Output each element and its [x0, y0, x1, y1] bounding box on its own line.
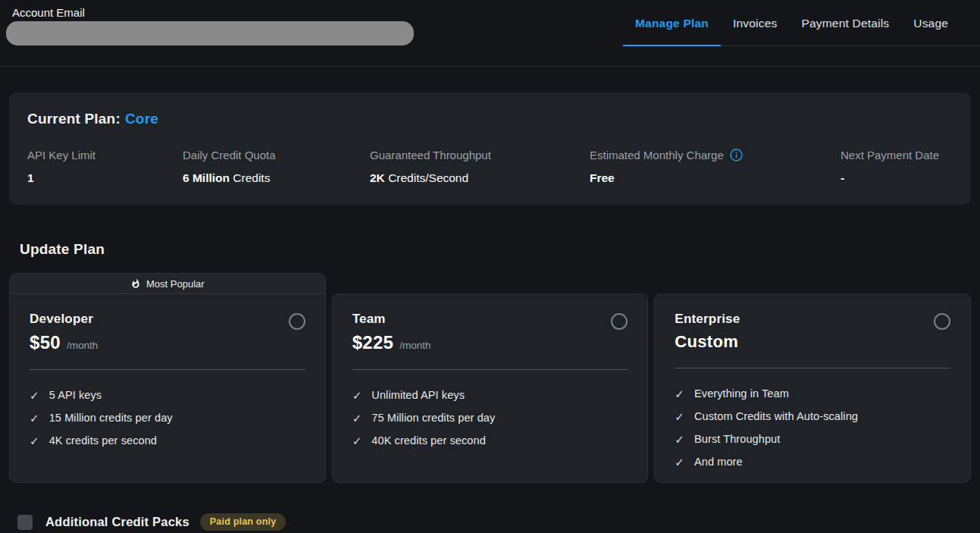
current-plan-title-prefix: Current Plan: [27, 111, 121, 127]
plan-price: $225 [352, 332, 394, 353]
plan-feature: ✓15 Million credits per day [30, 412, 305, 424]
current-plan-title: Current Plan:Core [27, 111, 953, 127]
plan-divider [352, 369, 628, 370]
plan-feature: ✓Everything in Team [675, 387, 950, 400]
plan-divider [30, 369, 305, 370]
plan-feature: ✓And more [675, 456, 950, 468]
stat-label: Daily Credit Quota [183, 149, 370, 161]
plan-feature: ✓Unlimited API keys [352, 389, 628, 401]
check-icon: ✓ [675, 388, 684, 400]
stat-label: Estimated Monthly Charge [590, 149, 724, 161]
additional-credit-packs-row: Additional Credit Packs Paid plan only [9, 513, 971, 531]
stat-guaranteed-throughput: Guaranteed Throughput 2K Credits/Second [370, 149, 590, 185]
tab-usage[interactable]: Usage [901, 14, 960, 45]
stat-value: 1 [27, 171, 34, 184]
stat-api-key-limit: API Key Limit 1 [27, 149, 183, 185]
plan-period: /month [67, 340, 98, 351]
stat-label: API Key Limit [27, 149, 183, 161]
stat-value: 2K [370, 171, 385, 184]
plan-card-developer[interactable]: Most Popular Developer $50 /month ✓5 API… [9, 273, 326, 483]
paid-plan-only-badge: Paid plan only [200, 513, 286, 531]
check-icon: ✓ [675, 456, 684, 468]
plan-radio-developer[interactable] [289, 313, 305, 330]
check-icon: ✓ [352, 390, 362, 401]
plan-name: Team [352, 312, 431, 327]
plan-radio-enterprise[interactable] [934, 313, 950, 330]
update-plan-heading: Update Plan [20, 241, 971, 258]
plan-price: $50 [30, 332, 61, 353]
check-icon: ✓ [352, 435, 362, 447]
stat-suffix: Credits [230, 171, 270, 184]
check-icon: ✓ [675, 411, 684, 422]
plan-period: /month [399, 340, 431, 351]
plan-feature: ✓Custom Credits with Auto-scaling [675, 410, 950, 422]
credit-packs-checkbox[interactable] [17, 515, 33, 530]
stat-label: Guaranteed Throughput [370, 149, 590, 161]
stat-daily-credit-quota: Daily Credit Quota 6 Million Credits [183, 149, 370, 185]
stat-value: Free [590, 171, 615, 184]
current-plan-stats: API Key Limit 1 Daily Credit Quota 6 Mil… [27, 149, 953, 185]
tab-manage-plan[interactable]: Manage Plan [623, 14, 721, 45]
plans-row: Most Popular Developer $50 /month ✓5 API… [9, 273, 971, 483]
plan-card-enterprise[interactable]: Enterprise Custom ✓Everything in Team ✓C… [654, 293, 971, 483]
stat-estimated-monthly-charge: Estimated Monthly Charge Free [590, 149, 841, 185]
tab-invoices[interactable]: Invoices [721, 14, 789, 45]
check-icon: ✓ [30, 435, 39, 447]
plan-feature: ✓Burst Throughput [675, 433, 950, 445]
check-icon: ✓ [675, 434, 684, 445]
stat-next-payment-date: Next Payment Date - [841, 149, 953, 185]
plan-divider [675, 368, 950, 368]
plan-price: Custom [675, 332, 738, 352]
plan-radio-team[interactable] [611, 313, 628, 330]
plan-feature: ✓4K credits per second [30, 434, 305, 447]
info-icon[interactable] [730, 149, 743, 161]
stat-label: Next Payment Date [841, 149, 953, 161]
main-content: Current Plan:Core API Key Limit 1 Daily … [0, 92, 980, 531]
account-email-group: Account Email [0, 0, 414, 45]
tab-payment-details[interactable]: Payment Details [789, 14, 901, 45]
most-popular-label: Most Popular [146, 278, 205, 290]
most-popular-banner: Most Popular [10, 274, 325, 294]
check-icon: ✓ [30, 390, 39, 401]
plan-feature: ✓75 Million credits per day [352, 412, 628, 424]
check-icon: ✓ [352, 412, 362, 424]
plan-feature: ✓40K credits per second [352, 434, 628, 447]
stat-value: 6 Million [183, 171, 230, 184]
check-icon: ✓ [30, 412, 39, 424]
plan-feature: ✓5 API keys [30, 389, 305, 401]
stat-value: - [841, 171, 844, 184]
plan-card-team[interactable]: Team $225 /month ✓Unlimited API keys ✓75… [332, 293, 649, 483]
flame-icon [130, 278, 141, 289]
current-plan-card: Current Plan:Core API Key Limit 1 Daily … [9, 92, 971, 205]
account-email-label: Account Email [6, 6, 414, 19]
credit-packs-label: Additional Credit Packs [45, 515, 189, 529]
page-header: Account Email Manage Plan Invoices Payme… [0, 0, 980, 67]
account-email-field[interactable] [6, 21, 414, 45]
plan-name: Enterprise [675, 312, 740, 327]
stat-suffix: Credits/Second [385, 171, 468, 184]
current-plan-name: Core [125, 111, 158, 127]
plan-name: Developer [30, 312, 98, 327]
billing-tabs: Manage Plan Invoices Payment Details Usa… [623, 14, 980, 46]
